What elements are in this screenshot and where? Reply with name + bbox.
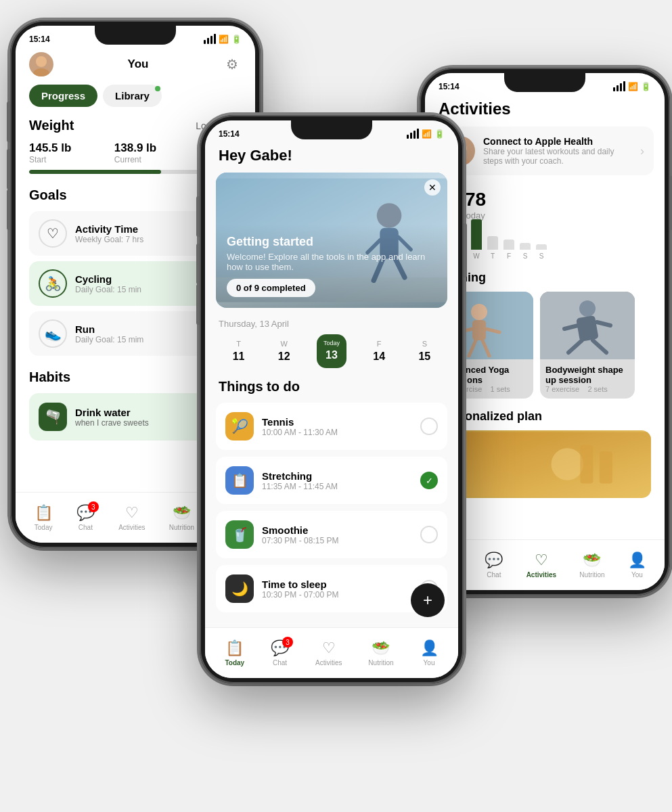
cal-day-14[interactable]: F 14: [366, 334, 392, 368]
getting-started-banner[interactable]: ✕ Getting started Welcome! Explore all t…: [216, 173, 447, 308]
bar-saturday: S: [520, 243, 531, 260]
bar-t2: [487, 236, 498, 250]
nav-nutrition-left[interactable]: 🥗 Nutrition: [169, 504, 194, 531]
nav-you-right[interactable]: 👤 You: [628, 551, 646, 579]
todo-smoothie-check[interactable]: [420, 526, 438, 543]
banner-content: Getting started Welcome! Explore all the…: [216, 224, 447, 308]
status-icons-center: 📶 🔋: [407, 129, 445, 139]
todo-stretching-check[interactable]: ✓: [420, 472, 438, 489]
nav-you-center[interactable]: 👤 You: [420, 639, 439, 667]
svg-point-27: [552, 448, 584, 480]
todo-tennis[interactable]: 🎾 Tennis 10:00 AM - 11:30 AM: [216, 403, 447, 450]
nutrition-nav-icon: 🥗: [173, 504, 191, 522]
wifi-icon-c: 📶: [422, 129, 432, 139]
you-nav-icon-c: 👤: [420, 639, 439, 657]
activities-nav-icon-r: ♡: [535, 551, 548, 569]
weight-progress-fill: [29, 170, 161, 174]
tennis-icon: 🎾: [225, 412, 254, 441]
tabs-row: Progress Library: [16, 85, 255, 107]
bar-friday: F: [503, 240, 514, 260]
bar-s2: [536, 244, 547, 250]
nav-chat-center[interactable]: 💬 3 Chat: [271, 639, 289, 667]
cal-day-12[interactable]: W 12: [271, 334, 297, 368]
cal-day-15[interactable]: S 15: [411, 334, 437, 368]
training-cards: Advanced Yoga Sessions 16 exercise 1 set…: [439, 292, 651, 399]
bar-s1: [520, 243, 531, 250]
nav-chat-right[interactable]: 💬 Chat: [485, 551, 503, 579]
activities-nav-icon: ♡: [125, 504, 139, 522]
gear-icon[interactable]: ⚙: [223, 55, 242, 74]
battery-icon-r: 🔋: [641, 82, 651, 91]
water-icon: 🫗: [39, 403, 67, 431]
signal-icon-r: [613, 81, 625, 91]
training-card-bodyweight[interactable]: Bodyweight shape up session 7 exercise 2…: [540, 292, 635, 399]
avatar[interactable]: [29, 52, 53, 76]
fab-add-button[interactable]: +: [411, 583, 445, 617]
bar-thursday: T: [487, 236, 498, 260]
nav-activities-center[interactable]: ♡ Activities: [315, 639, 342, 667]
chat-nav-icon-c: 💬 3: [271, 639, 289, 657]
signal-icon-c: [407, 129, 419, 139]
nav-chat-left[interactable]: 💬 3 Chat: [76, 504, 95, 531]
steps-count: 3,278: [439, 189, 651, 210]
svg-rect-26: [439, 432, 651, 496]
status-icons-right: 📶 🔋: [613, 81, 651, 91]
todo-smoothie[interactable]: 🥤 Smoothie 07:30 PM - 08:15 PM: [216, 511, 447, 558]
chat-badge: 3: [88, 501, 99, 512]
sleep-icon: 🌙: [225, 574, 254, 603]
time-left: 15:14: [29, 35, 50, 44]
left-header: You ⚙: [16, 47, 255, 85]
today-nav-icon: 📋: [35, 504, 53, 522]
nav-today-center[interactable]: 📋 Today: [225, 639, 244, 667]
bar-f: [503, 240, 514, 250]
bodyweight-image: [540, 292, 635, 359]
phone-center: 15:14 📶 🔋 Hey Gabe!: [200, 115, 464, 683]
svg-rect-29: [600, 451, 612, 484]
calendar-row: T 11 W 12 Today 13 F 14 S 15: [205, 334, 458, 379]
svg-rect-21: [576, 315, 599, 342]
date-label: Thursday, 13 April: [205, 319, 458, 334]
bottom-nav-center: 📋 Today 💬 3 Chat ♡ Activities 🥗 Nutri: [205, 627, 458, 678]
page-title-left: You: [128, 58, 149, 71]
activities-nav-icon-c: ♡: [322, 639, 336, 657]
bar-sunday: S: [536, 244, 547, 260]
nutrition-nav-icon-c: 🥗: [372, 639, 390, 657]
personalized-banner[interactable]: [439, 430, 651, 498]
nav-today-left[interactable]: 📋 Today: [35, 504, 53, 531]
nav-activities-left[interactable]: ♡ Activities: [118, 504, 145, 531]
cal-day-13-today[interactable]: Today 13: [317, 334, 346, 368]
tab-progress[interactable]: Progress: [29, 85, 97, 107]
steps-chart: M T W T F: [439, 226, 651, 260]
battery-icon: 🔋: [231, 35, 242, 44]
nav-nutrition-center[interactable]: 🥗 Nutrition: [368, 639, 393, 667]
todo-stretching[interactable]: 📋 Stretching 11:35 AM - 11:45 AM ✓: [216, 457, 447, 504]
bar-wednesday: W: [471, 219, 482, 260]
chat-nav-icon: 💬 3: [76, 504, 95, 522]
things-to-do-title: Things to do: [205, 379, 458, 403]
nav-activities-right[interactable]: ♡ Activities: [527, 551, 556, 579]
status-icons-left: 📶 🔋: [204, 34, 242, 44]
cal-day-11[interactable]: T 11: [226, 334, 252, 368]
chevron-right-icon: ›: [640, 144, 644, 158]
bar-w: [471, 219, 482, 250]
notch-right: [504, 73, 585, 92]
svg-rect-28: [580, 445, 593, 483]
notch-center: [291, 120, 372, 139]
banner-close-button[interactable]: ✕: [424, 179, 441, 196]
svg-point-1: [33, 68, 49, 76]
tab-library[interactable]: Library: [103, 85, 162, 107]
banner-progress-button[interactable]: 0 of 9 completed: [227, 279, 315, 297]
time-center: 15:14: [219, 129, 240, 139]
run-icon: 👟: [39, 319, 67, 348]
wifi-icon-r: 📶: [628, 82, 638, 91]
stretching-icon: 📋: [225, 466, 254, 495]
health-connect-card[interactable]: Connect to Apple Health Share your lates…: [436, 127, 654, 175]
chat-badge-c: 3: [282, 637, 293, 648]
today-nav-icon-c: 📋: [225, 639, 244, 657]
training-title: Training: [439, 271, 651, 285]
you-nav-icon-r: 👤: [628, 551, 646, 569]
chat-nav-icon-r: 💬: [485, 551, 503, 569]
svg-rect-14: [472, 320, 486, 340]
todo-tennis-check[interactable]: [420, 418, 438, 435]
nav-nutrition-right[interactable]: 🥗 Nutrition: [579, 551, 604, 579]
